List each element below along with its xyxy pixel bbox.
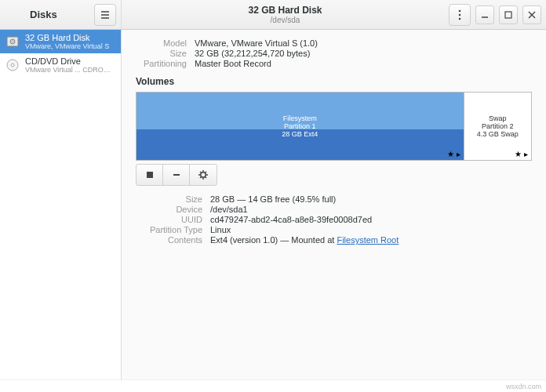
titlebar-left: Disks [0, 0, 122, 29]
sidebar-item-sub: VMware, VMware Virtual S [25, 42, 109, 50]
part-size-value: 28 GB — 14 GB free (49.5% full) [210, 194, 336, 204]
part-uuid-value: cd479247-abd2-4ca8-a8e8-39fe0008d7ed [210, 215, 372, 224]
volume-partition-1[interactable]: Filesystem Partition 1 28 GB Ext4 ★ ▸ [136, 93, 464, 160]
hdd-icon [5, 34, 20, 49]
sidebar-item-name: CD/DVD Drive [25, 56, 116, 66]
svg-rect-3 [505, 12, 511, 18]
part-device-row: Device /dev/sda1 [144, 205, 532, 214]
volume-marks: ★ ▸ [515, 150, 528, 158]
delete-partition-button[interactable] [163, 165, 190, 185]
part-type-label: Partition Type [144, 225, 210, 234]
app-name: Disks [5, 9, 57, 20]
drive-partitioning-value: Master Boot Record [195, 59, 271, 68]
drive-model-label: Model [136, 38, 195, 48]
part-size-label: Size [144, 194, 210, 204]
kebab-icon [455, 9, 464, 20]
titlebar-center: 32 GB Hard Disk /dev/sda [122, 5, 449, 24]
svg-point-5 [10, 39, 15, 44]
sidebar-item-name: 32 GB Hard Disk [25, 33, 109, 42]
app-menu-button[interactable] [94, 4, 116, 26]
stop-icon [146, 171, 154, 179]
partition-details: Size 28 GB — 14 GB free (49.5% full) Dev… [144, 194, 532, 245]
maximize-icon [504, 11, 512, 19]
svg-rect-8 [147, 172, 153, 178]
filesystem-root-link[interactable]: Filesystem Root [337, 235, 399, 245]
volume-line: Swap [489, 114, 507, 122]
partition-options-button[interactable] [190, 165, 217, 185]
part-type-value: Linux [210, 225, 231, 234]
close-button[interactable] [522, 5, 541, 24]
drive-partitioning-row: Partitioning Master Boot Record [136, 59, 532, 68]
volumes-diagram: Filesystem Partition 1 28 GB Ext4 ★ ▸ Sw… [136, 92, 532, 161]
part-contents-value: Ext4 (version 1.0) — Mounted at Filesyst… [210, 235, 399, 245]
sidebar-item-cd-dvd[interactable]: CD/DVD Drive VMware Virtual ... CDROM Dr… [0, 53, 121, 77]
hamburger-icon [100, 9, 111, 20]
content-panel: Model VMware, VMware Virtual S (1.0) Siz… [122, 30, 546, 379]
svg-point-0 [459, 9, 461, 12]
volume-marks: ★ ▸ [447, 150, 460, 158]
part-uuid-label: UUID [144, 215, 210, 224]
sidebar-item-labels: CD/DVD Drive VMware Virtual ... CDROM Dr… [25, 56, 116, 74]
sidebar-item-sub: VMware Virtual ... CDROM Drive [25, 66, 116, 74]
sidebar-item-labels: 32 GB Hard Disk VMware, VMware Virtual S [25, 33, 109, 50]
volume-line: Filesystem [283, 114, 317, 122]
drive-partitioning-label: Partitioning [136, 59, 195, 68]
volume-line: 4.3 GB Swap [477, 130, 519, 138]
part-contents-row: Contents Ext4 (version 1.0) — Mounted at… [144, 235, 532, 245]
svg-point-2 [459, 17, 461, 20]
part-uuid-row: UUID cd479247-abd2-4ca8-a8e8-39fe0008d7e… [144, 215, 532, 224]
drive-size-row: Size 32 GB (32,212,254,720 bytes) [136, 49, 532, 58]
volume-line: Partition 2 [482, 122, 514, 130]
part-device-value: /dev/sda1 [210, 205, 248, 214]
minus-icon [172, 170, 181, 180]
volume-line: 28 GB Ext4 [282, 130, 318, 138]
window-title: 32 GB Hard Disk [248, 5, 322, 16]
part-contents-label: Contents [144, 235, 210, 245]
close-icon [528, 11, 536, 19]
minimize-icon [481, 11, 489, 19]
titlebar-right [449, 4, 546, 26]
part-size-row: Size 28 GB — 14 GB free (49.5% full) [144, 194, 532, 204]
maximize-button[interactable] [499, 5, 518, 24]
body: 32 GB Hard Disk VMware, VMware Virtual S… [0, 30, 546, 379]
volume-toolbar [136, 164, 217, 186]
volume-partition-2[interactable]: Swap Partition 2 4.3 GB Swap ★ ▸ [464, 93, 531, 160]
minimize-button[interactable] [475, 5, 494, 24]
part-device-label: Device [144, 205, 210, 214]
unmount-button[interactable] [136, 165, 163, 185]
svg-point-9 [201, 172, 206, 177]
titlebar: Disks 32 GB Hard Disk /dev/sda [0, 0, 546, 30]
part-contents-text: Ext4 (version 1.0) — Mounted at [210, 235, 337, 245]
drive-model-value: VMware, VMware Virtual S (1.0) [195, 38, 318, 48]
volumes-heading: Volumes [136, 76, 532, 87]
svg-point-1 [459, 13, 461, 16]
footer-watermark: wsxdn.com [0, 379, 546, 392]
device-sidebar: 32 GB Hard Disk VMware, VMware Virtual S… [0, 30, 122, 379]
drive-size-label: Size [136, 49, 195, 58]
part-type-row: Partition Type Linux [144, 225, 532, 234]
drive-menu-button[interactable] [449, 4, 471, 26]
svg-point-7 [11, 64, 14, 67]
drive-model-row: Model VMware, VMware Virtual S (1.0) [136, 38, 532, 48]
window-subtitle: /dev/sda [271, 16, 300, 24]
sidebar-item-hard-disk[interactable]: 32 GB Hard Disk VMware, VMware Virtual S [0, 30, 121, 53]
gear-icon [198, 169, 209, 180]
volume-line: Partition 1 [284, 122, 316, 130]
drive-size-value: 32 GB (32,212,254,720 bytes) [195, 49, 310, 58]
optical-icon [5, 57, 20, 73]
